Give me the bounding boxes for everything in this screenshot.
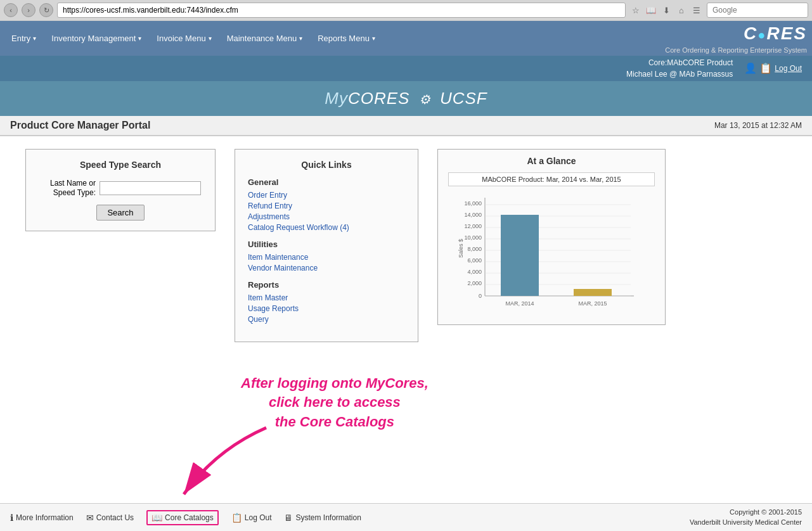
reload-button[interactable]: ↻ [39,3,53,17]
footer-core-catalogs[interactable]: 📖 Core Catalogs [146,510,219,525]
nav-maintenance[interactable]: Maintenance Menu ▾ [221,29,309,48]
ql-item-maintenance[interactable]: Item Maintenance [248,253,405,262]
at-glance-title: At a Glance [448,156,655,166]
browser-icons: ☆ 📖 ⬇ ⌂ ☰ [629,4,703,16]
catalog-icon: 📖 [151,513,162,523]
nav-entry[interactable]: Entry ▾ [5,29,42,48]
search-bar[interactable] [707,3,808,18]
entry-arrow-icon: ▾ [33,35,36,42]
svg-text:MAR, 2014: MAR, 2014 [505,300,534,307]
ql-reports-heading: Reports [248,280,405,290]
gear-icon: ⚙ [419,93,431,106]
person-icon: 👤 [744,62,757,74]
chart-container: 0 2,000 4,000 6,000 8,000 10,000 12,000 … [456,191,647,318]
header-title: MyCORES ⚙ UCSF [0,89,812,108]
menu-icon[interactable]: ☰ [690,4,703,16]
svg-text:14,000: 14,000 [464,212,482,218]
speed-search-form-row: Last Name or Speed Type: [39,179,202,198]
ql-section-utilities: Utilities Item Maintenance Vendor Mainte… [248,240,405,272]
ql-general-heading: General [248,177,405,187]
maintenance-arrow-icon: ▾ [299,35,302,42]
header-ucsf: UCSF [440,89,487,108]
svg-text:Sales $: Sales $ [458,239,464,258]
footer-links: ℹ More Information ✉ Contact Us 📖 Core C… [10,510,361,525]
annotation-area: After logging onto MyCores, click here t… [0,361,812,501]
chart-label: MAbCORE Product: Mar, 2014 vs. Mar, 2015 [448,172,655,186]
header-cores: CORES [348,89,409,108]
svg-text:16,000: 16,000 [464,200,482,207]
reports-arrow-icon: ▾ [372,35,375,42]
nav-inventory[interactable]: Inventory Management ▾ [45,29,148,48]
nav-left: Entry ▾ Inventory Management ▾ Invoice M… [5,29,382,48]
nav-invoice[interactable]: Invoice Menu ▾ [150,29,217,48]
annotation-text: After logging onto MyCores, click here t… [241,374,429,432]
nav-reports[interactable]: Reports Menu ▾ [311,29,382,48]
user-info: Core:MAbCORE Product Michael Lee @ MAb P… [626,57,733,80]
main-content: Speed Type Search Last Name or Speed Typ… [0,136,812,355]
speed-search-label: Last Name or Speed Type: [39,179,96,198]
svg-text:0: 0 [479,293,482,299]
ql-vendor-maintenance[interactable]: Vendor Maintenance [248,264,405,272]
ql-item-master[interactable]: Item Master [248,293,405,302]
footer-logout[interactable]: 📋 Log Out [231,513,272,523]
core-label: Core:MAbCORE Product [626,57,733,68]
browser-chrome: ‹ › ↻ ☆ 📖 ⬇ ⌂ ☰ [0,0,812,21]
home-icon[interactable]: ⌂ [675,4,688,16]
svg-text:6,000: 6,000 [467,257,482,264]
speed-search-title: Speed Type Search [39,160,202,170]
email-icon: ✉ [86,513,94,523]
bar-mar2015 [574,289,612,296]
footer-copyright: Copyright © 2001-2015 Vanderbilt Univers… [690,508,802,527]
readinglist-icon[interactable]: 📖 [645,4,657,16]
app-nav: Entry ▾ Inventory Management ▾ Invoice M… [0,21,812,56]
footer-contact[interactable]: ✉ Contact Us [86,513,134,523]
search-button[interactable]: Search [96,205,144,221]
quick-links-title: Quick Links [248,160,405,170]
footer-more-info[interactable]: ℹ More Information [10,513,74,523]
page-title: Product Core Manager Portal [10,120,150,131]
annotation-arrow-icon [165,425,292,507]
svg-text:4,000: 4,000 [467,269,482,275]
svg-text:MAR, 2015: MAR, 2015 [578,300,607,307]
speed-search-box: Speed Type Search Last Name or Speed Typ… [25,149,216,231]
download-icon[interactable]: ⬇ [660,4,673,16]
ql-query[interactable]: Query [248,315,405,324]
browser-toolbar: ‹ › ↻ ☆ 📖 ⬇ ⌂ ☰ [0,0,812,20]
ql-section-reports: Reports Item Master Usage Reports Query [248,280,405,324]
inventory-arrow-icon: ▾ [138,35,141,42]
system-icon: 🖥 [284,513,293,523]
book-icon: 📋 [759,62,772,74]
ql-utilities-heading: Utilities [248,240,405,249]
url-bar[interactable] [57,3,626,18]
ql-adjustments[interactable]: Adjustments [248,212,405,221]
timestamp: Mar 13, 2015 at 12:32 AM [714,121,802,130]
forward-button[interactable]: › [22,3,35,17]
ql-usage-reports[interactable]: Usage Reports [248,304,405,313]
ql-order-entry[interactable]: Order Entry [248,191,405,200]
cores-logo: C●RES [744,21,807,46]
page-title-bar: Product Core Manager Portal Mar 13, 2015… [0,116,812,136]
ql-catalog-request[interactable]: Catalog Request Workflow (4) [248,223,405,232]
nav-logo-area: C●RES Core Ordering & Reporting Enterpri… [665,21,807,56]
bar-mar2014 [501,215,539,296]
user-bar: Core:MAbCORE Product Michael Lee @ MAb P… [0,56,812,81]
ql-section-general: General Order Entry Refund Entry Adjustm… [248,177,405,232]
quick-links-box: Quick Links General Order Entry Refund E… [235,149,418,342]
logout-button[interactable]: Log Out [775,64,802,73]
header-my: My [325,89,348,108]
at-glance-box: At a Glance MAbCORE Product: Mar, 2014 v… [437,149,666,325]
svg-text:8,000: 8,000 [467,246,482,252]
footer-system-info[interactable]: 🖥 System Information [284,513,361,523]
chart-svg: 0 2,000 4,000 6,000 8,000 10,000 12,000 … [456,191,647,318]
svg-text:12,000: 12,000 [464,223,482,229]
ql-refund-entry[interactable]: Refund Entry [248,202,405,210]
nav-subtitle: Core Ordering & Reporting Enterprise Sys… [665,46,807,55]
logout-icon: 📋 [231,513,242,523]
invoice-arrow-icon: ▾ [209,35,212,42]
speed-search-input[interactable] [100,181,201,195]
user-label: Michael Lee @ MAb Parnassus [626,68,733,80]
back-button[interactable]: ‹ [4,3,18,17]
header-banner: MyCORES ⚙ UCSF [0,81,812,116]
bookmark-icon[interactable]: ☆ [629,4,642,16]
info-icon: ℹ [10,513,13,523]
